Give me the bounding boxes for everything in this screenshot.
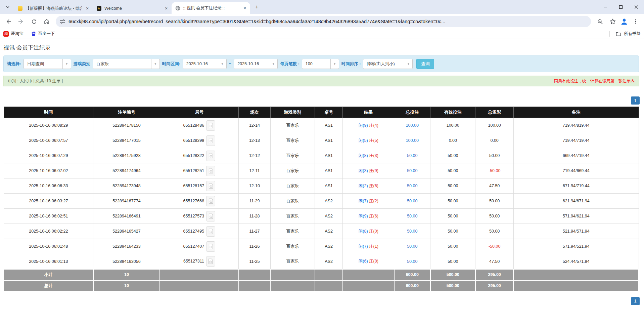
video-replay-button[interactable] [206,181,215,191]
page-size-select[interactable]: 100 ▼ [302,59,339,69]
pagination-bottom: 1 [3,297,640,305]
total-bet-link[interactable]: 50.00 [407,153,417,158]
home-button[interactable] [41,16,52,27]
cell-table-no: AS1 [315,118,343,133]
cell-total-bet: 50.00 [394,194,430,209]
table-row: 2025-10-16 06:07:29522894175928655128322… [4,148,639,163]
total-bet-link[interactable]: 100.00 [406,138,419,143]
video-replay-button[interactable] [206,211,215,222]
video-replay-button[interactable] [206,196,215,206]
page-number-button[interactable]: 1 [631,297,640,305]
table-header: 时间 注单编号 局号 场次 游戏类别 桌号 结果 总投注 有效投注 总派彩 备注 [4,107,639,118]
cell-result: 闲(6) 庄(8) [343,254,394,269]
cell-payout: 47.50 [475,178,513,194]
star-icon [610,18,616,25]
cell-table-no: AS2 [315,194,343,209]
cell-valid-bet: 100.00 [430,118,475,133]
bookmark-aitaobao[interactable]: 淘 爱淘宝 [3,31,24,37]
cell-bet-no: 522894163056 [93,254,160,269]
table-row: 2025-10-16 06:03:27522894167774655127668… [4,194,639,209]
total-bet-link[interactable]: 50.00 [407,259,417,264]
search-button[interactable]: 查询 [416,59,434,69]
back-icon [5,18,11,25]
game-category-select[interactable]: 百家乐 ▼ [93,59,160,69]
date-range-tilde: ~ [229,62,231,66]
close-window-button[interactable] [629,0,644,14]
cell-bet-no: 522894166491 [93,209,160,224]
minimize-button[interactable] [598,0,613,14]
new-tab-button[interactable]: + [252,2,262,12]
table-body: 2025-10-16 06:08:29522894178150655128486… [4,118,639,269]
all-bookmarks-label: 所有书签 [624,31,641,37]
menu-button[interactable] [630,16,641,27]
header-session: 场次 [239,107,271,118]
profile-avatar[interactable] [620,17,629,26]
reload-button[interactable] [28,16,40,27]
cell-table-no: AS1 [315,178,343,194]
filter-label-page-size: 每页笔数 : [280,61,300,67]
cell-game-category: 百家乐 [270,178,315,194]
bookmarks-bar: 淘 爱淘宝 百度一下 所有书签 [0,29,644,39]
cell-bet-no: 522894164233 [93,239,160,254]
cell-payout: 50.00 [475,194,513,209]
cell-remark: 671.94/719.44 [513,178,639,194]
close-icon[interactable]: ✕ [242,5,247,11]
forward-button[interactable] [15,16,27,27]
maximize-button[interactable] [613,0,629,14]
cell-session: 11-28 [239,209,271,224]
close-icon[interactable]: ✕ [164,6,169,11]
cell-game-category: 百家乐 [270,209,315,224]
cell-bet-no: 522894174964 [93,163,160,178]
bookmark-baidu[interactable]: 百度一下 [31,31,55,37]
bookmark-star-button[interactable] [607,16,618,27]
video-replay-button[interactable] [206,241,215,252]
url-bar[interactable]: 66cxkj98.com/ipl/portal.php/game/betreco… [56,16,591,27]
result-player: 闲(8) [359,153,368,158]
cell-session: 12-12 [239,148,271,163]
tab-welcome[interactable]: ♞ Welcome ✕ [93,3,172,14]
total-bet-link[interactable]: 50.00 [407,244,417,249]
person-icon [620,17,629,26]
total-bet-link[interactable]: 50.00 [407,199,417,203]
video-replay-button[interactable] [206,226,215,237]
filter-label-date-range: 时间区间: [162,61,180,67]
zoom-button[interactable] [594,16,606,27]
total-bet-link[interactable]: 50.00 [407,214,417,218]
maximize-icon [619,5,623,9]
date-to-select[interactable]: 2025-10-16 ▼ [234,59,278,69]
all-bookmarks[interactable]: 所有书签 [609,31,641,37]
cell-round-no: 655128399 [160,133,238,148]
filter-label-time-sort: 时间排序 : [341,61,361,67]
video-replay-button[interactable] [206,166,215,176]
back-button[interactable] [3,16,14,27]
close-icon[interactable]: ✕ [85,6,90,11]
currency-total-text: 币别 : 人民币 | 总共 :10 注单 | [8,78,63,84]
total-bet-link[interactable]: 50.00 [407,229,417,234]
video-replay-button[interactable] [206,256,215,267]
total-bet-link[interactable]: 50.00 [407,184,417,188]
query-type-select[interactable]: 日期查询 ▼ [24,59,71,69]
grand-total-total-bet: 600.00 [394,280,430,291]
chevron-down-icon: ▼ [151,59,159,69]
total-bet-link[interactable]: 50.00 [407,168,417,173]
time-sort-select[interactable]: 降幂(由大到小) ▼ [363,59,413,69]
grand-total-label: 总计 [4,280,93,291]
cell-time: 2025-10-16 06:02:22 [4,224,93,239]
video-replay-button[interactable] [206,151,215,161]
video-replay-button[interactable] [206,135,215,146]
tab-search-button[interactable] [3,2,13,12]
date-from-select[interactable]: 2025-10-16 ▼ [183,59,227,69]
video-replay-button[interactable] [206,120,215,131]
total-bet-link[interactable]: 100.00 [406,123,419,128]
cell-round-no: 655127311 [160,254,238,269]
cell-session: 12-13 [239,133,271,148]
chevron-down-icon: ▼ [218,59,226,69]
tab-bet-record[interactable]: :::视讯 会员下注纪录::: ✕ [172,2,250,14]
page-number-button[interactable]: 1 [631,96,640,105]
grand-total-row: 总计 10 600.00 500.00 295.00 [4,280,639,291]
tab-forum[interactable]: 【新提醒】海燕策略论坛 - 综合 ✕ [14,3,93,14]
cell-valid-bet: 0.00 [430,133,475,148]
result-player: 闲(7) [359,199,368,203]
subtotal-total-bet: 600.00 [394,269,430,280]
result-banker: 庄(9) [369,168,378,173]
